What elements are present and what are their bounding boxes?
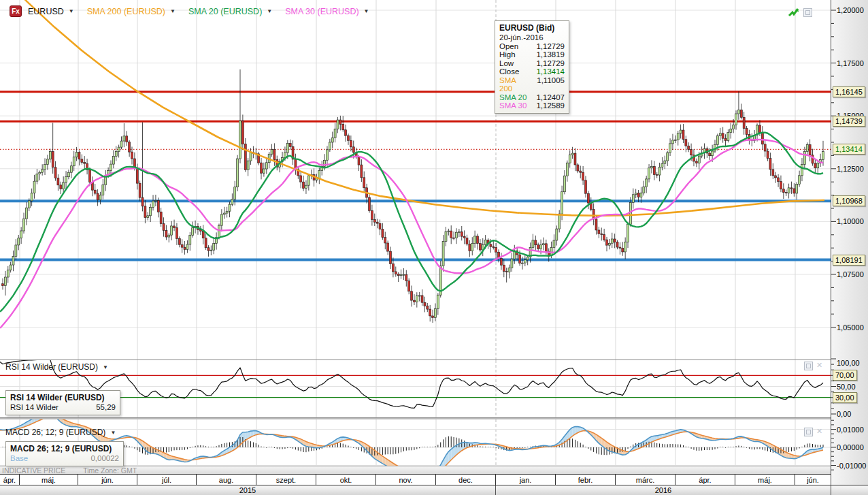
candle-body (408, 281, 410, 291)
candle-body (740, 110, 742, 117)
candle-body (123, 136, 125, 141)
candle-body (331, 138, 333, 142)
candle-body (584, 180, 586, 193)
month-axis[interactable]: ápr.máj.jún.júl.aug.szept.okt.nov.dec.ja… (0, 474, 831, 485)
candle-body (160, 212, 162, 223)
candle-body (28, 201, 30, 208)
candle-body (418, 296, 420, 296)
price-axis-badge: 1,14739 (833, 116, 865, 127)
candle-body (775, 176, 777, 178)
chevron-down-icon[interactable]: ▼ (267, 8, 272, 14)
candle-body (339, 120, 341, 124)
rsi-pane[interactable] (0, 360, 831, 417)
restore-window-icon[interactable] (803, 8, 812, 17)
sma200-label: SMA 200 (EURUSD) (87, 7, 165, 16)
candle-body (171, 226, 173, 235)
chevron-down-icon[interactable]: ▼ (103, 364, 108, 370)
candle-body (371, 210, 373, 219)
candle-body (241, 121, 244, 144)
month-cell: febr. (556, 475, 616, 485)
chevron-down-icon[interactable]: ▼ (110, 430, 116, 436)
chevron-down-icon[interactable]: ▼ (170, 8, 176, 14)
candle-body (466, 238, 468, 244)
macd-restore-icon[interactable] (804, 428, 813, 436)
chevron-down-icon[interactable]: ▼ (364, 8, 369, 14)
tooltip-row-sma200: SMA 2001,11005 (499, 76, 565, 93)
candle-body (427, 306, 429, 309)
rsi-axis-label: 0,00 (837, 410, 851, 418)
candle-body (455, 232, 457, 238)
candle-body (88, 170, 90, 182)
candle-body (102, 185, 104, 195)
candle-body (661, 163, 663, 167)
chevron-down-icon[interactable]: ▼ (69, 8, 74, 14)
month-cell: júl. (137, 475, 197, 485)
candle-body (527, 257, 529, 259)
candle-body (658, 167, 661, 175)
candle-body (743, 117, 745, 128)
candle-body (622, 249, 624, 252)
candle-body (67, 172, 69, 176)
candle-body (640, 193, 642, 197)
candle-body (76, 153, 78, 157)
candle-body (495, 247, 497, 252)
main-rsi-divider[interactable] (0, 360, 831, 360)
candle-body (361, 165, 363, 178)
tooltip-row-sma20: SMA 201,12407 (499, 93, 565, 102)
candle-body (263, 169, 265, 173)
rsi-axis-badge: 70,00 (833, 370, 857, 381)
candle-body (144, 206, 146, 218)
candle-body (403, 274, 405, 275)
sma200-legend-item[interactable]: SMA 200 (EURUSD) ▼ (87, 7, 176, 16)
candle-body (737, 110, 739, 114)
rsi-tooltip-label: RSI 14 Wilder (10, 403, 59, 412)
candle-body (553, 240, 555, 247)
rsi-pane-title[interactable]: RSI 14 Wilder (EURUSD) ▼ (5, 362, 108, 372)
candle-body (329, 142, 331, 150)
candle-body (646, 179, 648, 187)
candle-body (139, 183, 141, 197)
month-cell: ápr. (675, 475, 735, 485)
candle-body (154, 200, 156, 201)
candle-body (801, 164, 803, 175)
candle-body (165, 230, 167, 237)
candle-body (677, 133, 679, 140)
rsi-macd-divider[interactable] (0, 417, 831, 419)
candle-body (44, 165, 46, 170)
candle-body (210, 250, 212, 251)
candle-body (300, 176, 302, 182)
month-cell: nov. (376, 475, 436, 485)
candle-body (213, 244, 215, 251)
candle-body (234, 187, 236, 199)
sma20-legend-item[interactable]: SMA 20 (EURUSD) ▼ (188, 7, 272, 16)
candle-body (574, 153, 576, 165)
candle-body (54, 167, 56, 178)
candle-body (376, 222, 378, 223)
macd-pane-title[interactable]: MACD 26; 12; 9 (EURUSD) ▼ (5, 428, 116, 437)
year-axis[interactable]: 20152016 (0, 485, 868, 495)
macd-close-icon[interactable]: ✕ (816, 428, 824, 435)
chart-legend: Fx EURUSD ▼ SMA 200 (EURUSD) ▼ SMA 20 (E… (10, 5, 369, 17)
candle-body (680, 130, 682, 133)
candle-body (722, 133, 724, 138)
candle-body (120, 141, 122, 147)
candle-body (94, 190, 96, 193)
trend-arrow-icon[interactable] (788, 6, 800, 18)
indicative-price-bar: INDICATIVE PRICE Time Zone: GMT (0, 466, 831, 474)
candle-body (635, 193, 637, 194)
candle-body (603, 234, 605, 240)
candle-body (131, 152, 133, 159)
candle-body (202, 231, 204, 238)
candle-body (181, 244, 183, 247)
rsi-close-icon[interactable]: ✕ (816, 362, 824, 369)
candle-body (453, 238, 455, 238)
price-chart-pane[interactable] (0, 0, 831, 360)
sma30-legend-item[interactable]: SMA 30 (EURUSD) ▼ (285, 7, 369, 16)
candle-body (303, 182, 305, 188)
rsi-restore-icon[interactable] (804, 362, 813, 370)
candle-body (656, 174, 658, 175)
candle-body (65, 177, 67, 182)
candle-body (421, 296, 423, 302)
symbol-selector[interactable]: EURUSD ▼ (28, 7, 74, 16)
macd-pane[interactable] (0, 419, 831, 466)
